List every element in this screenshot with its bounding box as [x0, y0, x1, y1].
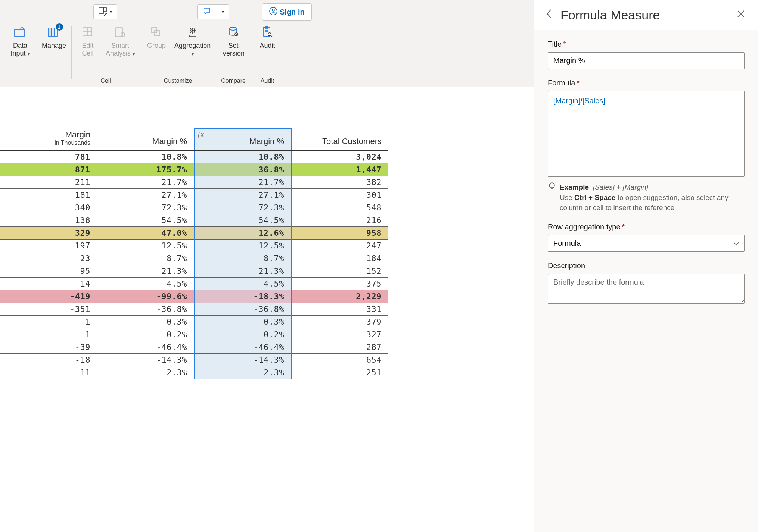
cell-margin[interactable]: -11	[0, 366, 97, 379]
cell-pct1[interactable]: 27.1%	[97, 189, 194, 201]
cell-margin[interactable]: 138	[0, 214, 97, 227]
cell-margin[interactable]: -39	[0, 341, 97, 354]
table-row[interactable]: -11-2.3%-2.3%251	[0, 366, 388, 379]
cell-pct2[interactable]: -36.8%	[194, 303, 291, 316]
cell-margin[interactable]: -351	[0, 303, 97, 316]
cell-pct2[interactable]: 54.5%	[194, 214, 291, 227]
table-row[interactable]: 18127.1%27.1%301	[0, 189, 388, 201]
cell-margin[interactable]: 1	[0, 316, 97, 328]
cell-tc[interactable]: 375	[291, 278, 388, 290]
table-row[interactable]: 78110.8%10.8%3,024	[0, 150, 388, 163]
cell-tc[interactable]: 331	[291, 303, 388, 316]
cell-tc[interactable]: 287	[291, 341, 388, 354]
cell-margin[interactable]: -1	[0, 328, 97, 341]
table-row[interactable]: 144.5%4.5%375	[0, 278, 388, 290]
cell-tc[interactable]: 251	[291, 366, 388, 379]
sign-in-button[interactable]: Sign in	[262, 3, 312, 21]
cell-margin[interactable]: 197	[0, 240, 97, 252]
cell-margin[interactable]: 329	[0, 227, 97, 240]
cell-tc[interactable]: 958	[291, 227, 388, 240]
cell-margin[interactable]: 781	[0, 150, 97, 163]
ribbon-comment-add[interactable]	[197, 4, 217, 19]
table-row[interactable]: 13854.5%54.5%216	[0, 214, 388, 227]
cell-tc[interactable]: 327	[291, 328, 388, 341]
cell-tc[interactable]: 3,024	[291, 150, 388, 163]
set-version-button[interactable]: Set Version	[222, 25, 245, 57]
manage-button[interactable]: 1 Manage	[42, 25, 66, 50]
cell-pct1[interactable]: 0.3%	[97, 316, 194, 328]
cell-pct1[interactable]: 72.3%	[97, 201, 194, 214]
ribbon-comment-dropdown[interactable]: ▾	[217, 4, 229, 19]
cell-pct1[interactable]: 21.3%	[97, 265, 194, 278]
cell-pct1[interactable]: 47.0%	[97, 227, 194, 240]
close-button[interactable]	[734, 9, 748, 21]
cell-pct2[interactable]: -14.3%	[194, 354, 291, 366]
cell-margin[interactable]: 95	[0, 265, 97, 278]
cell-pct1[interactable]: -0.2%	[97, 328, 194, 341]
ribbon-visual-selector[interactable]: ▾	[93, 4, 117, 19]
back-button[interactable]	[545, 7, 554, 22]
cell-margin[interactable]: 23	[0, 252, 97, 265]
cell-tc[interactable]: 382	[291, 176, 388, 189]
cell-pct2[interactable]: -2.3%	[194, 366, 291, 379]
cell-tc[interactable]: 548	[291, 201, 388, 214]
description-textarea[interactable]	[548, 274, 745, 304]
cell-pct1[interactable]: 10.8%	[97, 150, 194, 163]
report-grid[interactable]: Margin in Thousands Margin % ƒx Margin %…	[0, 87, 534, 379]
cell-pct1[interactable]: 21.7%	[97, 176, 194, 189]
table-row[interactable]: 32947.0%12.6%958	[0, 227, 388, 240]
audit-button[interactable]: Audit	[256, 25, 279, 50]
cell-tc[interactable]: 654	[291, 354, 388, 366]
table-row[interactable]: 21121.7%21.7%382	[0, 176, 388, 189]
cell-tc[interactable]: 379	[291, 316, 388, 328]
cell-pct1[interactable]: -36.8%	[97, 303, 194, 316]
cell-tc[interactable]: 152	[291, 265, 388, 278]
aggregation-button[interactable]: Aggregation▾	[174, 25, 211, 57]
cell-pct2[interactable]: 12.5%	[194, 240, 291, 252]
cell-pct1[interactable]: 4.5%	[97, 278, 194, 290]
cell-tc[interactable]: 301	[291, 189, 388, 201]
table-row[interactable]: -39-46.4%-46.4%287	[0, 341, 388, 354]
cell-pct2[interactable]: 0.3%	[194, 316, 291, 328]
cell-tc[interactable]: 247	[291, 240, 388, 252]
row-aggregation-select[interactable]	[548, 235, 745, 252]
table-row[interactable]: -419-99.6%-18.3%2,229	[0, 290, 388, 303]
cell-pct2[interactable]: -46.4%	[194, 341, 291, 354]
cell-pct2[interactable]: 12.6%	[194, 227, 291, 240]
cell-pct2[interactable]: 36.8%	[194, 163, 291, 176]
table-row[interactable]: 10.3%0.3%379	[0, 316, 388, 328]
cell-pct2[interactable]: 8.7%	[194, 252, 291, 265]
cell-pct2[interactable]: 21.7%	[194, 176, 291, 189]
cell-pct1[interactable]: 8.7%	[97, 252, 194, 265]
column-header-margin[interactable]: Margin in Thousands	[0, 128, 97, 150]
cell-pct1[interactable]: -99.6%	[97, 290, 194, 303]
table-row[interactable]: 19712.5%12.5%247	[0, 240, 388, 252]
cell-tc[interactable]: 216	[291, 214, 388, 227]
table-row[interactable]: -1-0.2%-0.2%327	[0, 328, 388, 341]
cell-margin[interactable]: 181	[0, 189, 97, 201]
cell-pct2[interactable]: 4.5%	[194, 278, 291, 290]
table-row[interactable]: -18-14.3%-14.3%654	[0, 354, 388, 366]
cell-pct2[interactable]: 27.1%	[194, 189, 291, 201]
table-row[interactable]: 871175.7%36.8%1,447	[0, 163, 388, 176]
title-input[interactable]	[548, 52, 745, 69]
formula-editor[interactable]: [Margin]/[Sales]	[548, 91, 745, 177]
cell-pct2[interactable]: 10.8%	[194, 150, 291, 163]
cell-pct1[interactable]: -46.4%	[97, 341, 194, 354]
cell-pct1[interactable]: -14.3%	[97, 354, 194, 366]
data-input-button[interactable]: Data Input ▾	[9, 25, 31, 57]
cell-pct1[interactable]: 54.5%	[97, 214, 194, 227]
cell-pct2[interactable]: 72.3%	[194, 201, 291, 214]
cell-margin[interactable]: 14	[0, 278, 97, 290]
table-row[interactable]: 34072.3%72.3%548	[0, 201, 388, 214]
table-row[interactable]: 9521.3%21.3%152	[0, 265, 388, 278]
cell-pct2[interactable]: -0.2%	[194, 328, 291, 341]
cell-pct2[interactable]: -18.3%	[194, 290, 291, 303]
cell-margin[interactable]: 211	[0, 176, 97, 189]
cell-margin[interactable]: 871	[0, 163, 97, 176]
column-header-margin-pct-1[interactable]: Margin %	[97, 128, 194, 150]
table-row[interactable]: -351-36.8%-36.8%331	[0, 303, 388, 316]
table-row[interactable]: 238.7%8.7%184	[0, 252, 388, 265]
cell-margin[interactable]: -18	[0, 354, 97, 366]
cell-margin[interactable]: -419	[0, 290, 97, 303]
